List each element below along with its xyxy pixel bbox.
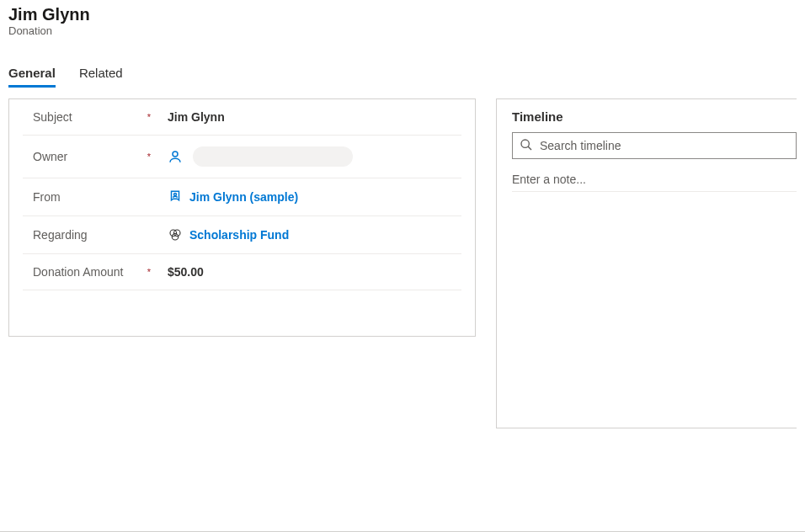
- required-mark: *: [147, 112, 151, 122]
- person-icon: [168, 149, 183, 164]
- svg-point-0: [173, 152, 178, 157]
- svg-point-3: [174, 230, 181, 237]
- owner-pill[interactable]: [193, 146, 353, 167]
- label-regarding: Regarding: [33, 228, 159, 242]
- timeline-search-input[interactable]: [540, 139, 789, 152]
- svg-point-5: [521, 140, 529, 147]
- field-row-regarding[interactable]: Regarding Scholarship Fund: [23, 216, 461, 254]
- value-owner[interactable]: [159, 146, 451, 167]
- tab-general[interactable]: General: [8, 61, 56, 88]
- label-from: From: [33, 190, 159, 204]
- search-icon: [520, 138, 540, 154]
- entity-type-label: Donation: [8, 24, 797, 37]
- svg-line-6: [528, 146, 531, 150]
- label-owner: Owner *: [33, 150, 159, 163]
- field-row-donation-amount[interactable]: Donation Amount * $50.00: [23, 254, 461, 290]
- timeline-card: Timeline Enter a note...: [496, 98, 797, 428]
- label-donation-amount: Donation Amount *: [33, 265, 159, 279]
- page-title: Jim Glynn: [8, 5, 797, 24]
- field-row-from[interactable]: From Jim Glynn (sample): [23, 178, 461, 216]
- timeline-note-entry[interactable]: Enter a note...: [512, 168, 797, 192]
- regarding-icon: [168, 227, 183, 242]
- contact-icon: [168, 189, 183, 205]
- link-from[interactable]: Jim Glynn (sample): [189, 190, 298, 204]
- link-regarding[interactable]: Scholarship Fund: [189, 228, 289, 242]
- svg-point-4: [172, 234, 179, 241]
- field-row-owner[interactable]: Owner *: [23, 136, 461, 178]
- svg-point-1: [174, 194, 177, 196]
- tab-related[interactable]: Related: [79, 61, 123, 88]
- timeline-search[interactable]: [512, 132, 797, 159]
- timeline-title: Timeline: [497, 99, 797, 129]
- value-donation-amount[interactable]: $50.00: [159, 265, 451, 279]
- value-from[interactable]: Jim Glynn (sample): [159, 189, 451, 205]
- tab-bar: General Related: [0, 61, 805, 88]
- value-subject[interactable]: Jim Glynn: [159, 110, 451, 124]
- value-regarding[interactable]: Scholarship Fund: [159, 227, 451, 242]
- required-mark: *: [147, 152, 151, 162]
- label-subject: Subject *: [33, 110, 159, 124]
- field-row-subject[interactable]: Subject * Jim Glynn: [23, 99, 461, 136]
- required-mark: *: [147, 267, 151, 277]
- general-form-card: Subject * Jim Glynn Owner *: [8, 98, 476, 337]
